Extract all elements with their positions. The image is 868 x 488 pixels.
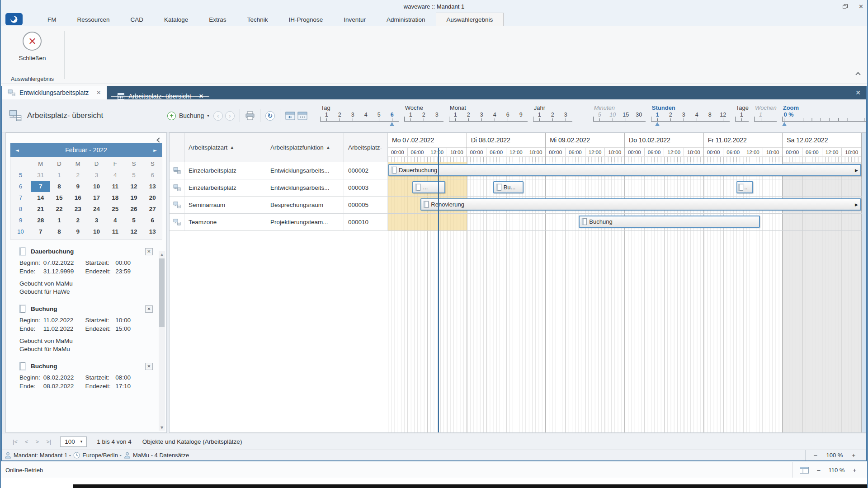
calendar-day[interactable]: 13 [143, 226, 162, 237]
calendar-day[interactable]: 18 [106, 192, 124, 203]
calendar-day[interactable]: 4 [106, 169, 124, 181]
grid-row[interactable]: Einzelarbeitsplatz Entwicklungsarbeits..… [170, 179, 388, 197]
scale-tick[interactable]: 1 [651, 112, 664, 121]
scale-tick[interactable]: 3 [559, 112, 572, 121]
scale-tick[interactable]: 2 [333, 112, 346, 121]
print-button[interactable] [245, 111, 255, 120]
calendar-day[interactable]: 7 [31, 226, 50, 237]
menu-item[interactable]: FM [37, 13, 67, 26]
layout-icon[interactable] [800, 467, 809, 474]
week-number[interactable]: 8 [10, 203, 31, 215]
scale-tick[interactable]: 5 [373, 112, 386, 121]
calendar-day[interactable]: 4 [106, 215, 124, 226]
booking-close-button[interactable]: ✕ [145, 305, 153, 313]
calendar-day[interactable]: 6 [143, 215, 162, 226]
panel-collapse-button[interactable] [157, 136, 161, 144]
restore-icon[interactable] [843, 4, 848, 9]
booking-bar[interactable]: ... ▶ [412, 181, 445, 193]
add-booking-button[interactable]: + Buchung ▾ [165, 110, 211, 122]
gantt-row[interactable]: Buchung ▶ [388, 214, 862, 231]
booking-close-button[interactable]: ✕ [145, 248, 153, 255]
calendar-day[interactable]: 13 [143, 181, 162, 192]
navigate-back-button[interactable]: ‹ [213, 111, 223, 121]
menu-item[interactable]: IH-Prognose [278, 13, 333, 26]
calendar-day[interactable]: 3 [87, 215, 106, 226]
app-zoom-in-button[interactable]: + [853, 467, 856, 474]
scale-tick[interactable]: 15 [619, 112, 632, 121]
calendar-day[interactable]: 31 [31, 169, 50, 181]
booking-bar[interactable]: Renovierung ▶ [420, 198, 861, 211]
next-page-button[interactable]: > [32, 438, 43, 445]
menu-item[interactable]: Administration [376, 13, 436, 26]
menu-item[interactable]: Kataloge [154, 13, 198, 26]
scale-tick[interactable]: 5 [593, 112, 606, 121]
calendar-day[interactable]: 19 [124, 192, 143, 203]
scroll-up-icon[interactable]: ▲ [159, 251, 165, 258]
goto-date-button[interactable] [285, 111, 295, 120]
calendar-day[interactable]: 12 [124, 226, 143, 237]
booking-card[interactable]: Dauerbuchung ✕ Beginn: 07.02.2022 Startz… [19, 248, 153, 295]
menu-item[interactable]: CAD [120, 13, 154, 26]
scale-tick[interactable]: 8 [703, 112, 717, 121]
scale-tick[interactable]: 1 [735, 112, 748, 121]
week-number[interactable]: 7 [10, 192, 31, 203]
scale-tick[interactable]: 1 [320, 112, 333, 121]
calendar-day[interactable]: 16 [69, 192, 87, 203]
week-number[interactable]: 5 [10, 169, 31, 181]
menu-item[interactable]: Inventur [333, 13, 376, 26]
booking-bar[interactable]: .. ▶ [736, 181, 753, 193]
menu-item[interactable]: Technik [237, 13, 278, 26]
booking-bar[interactable]: Dauerbuchung ▶ [388, 164, 861, 176]
app-logo[interactable] [5, 13, 23, 25]
grid-column-header[interactable]: Arbeitsplatzart ▲ [184, 133, 266, 162]
calendar-day[interactable]: 1 [50, 215, 68, 226]
week-number[interactable]: 9 [10, 215, 31, 226]
minimize-icon[interactable]: – [829, 4, 832, 9]
booking-close-button[interactable]: ✕ [145, 363, 153, 370]
calendar-options-button[interactable] [297, 111, 307, 120]
menu-item[interactable]: Ressourcen [67, 13, 120, 26]
scale-tick[interactable]: 4 [359, 112, 373, 121]
calendar-day[interactable]: 15 [50, 192, 68, 203]
grid-row[interactable]: Einzelarbeitsplatz Entwicklungsarbeits..… [170, 162, 388, 179]
scale-tick[interactable]: 2 [546, 112, 559, 121]
first-page-button[interactable]: |< [9, 438, 21, 445]
scale-tick[interactable]: 1 [533, 112, 546, 121]
calendar-day[interactable]: 12 [124, 181, 143, 192]
menu-item[interactable]: Extras [198, 13, 236, 26]
gantt-vertical-scrollbar[interactable] [862, 133, 866, 432]
calendar-day[interactable]: 3 [87, 169, 106, 181]
document-tab[interactable]: Arbeitsplatz- übersicht ✕ [111, 96, 209, 97]
calendar-day[interactable]: 26 [124, 203, 143, 215]
scale-tick[interactable]: 2 [417, 112, 430, 121]
scale-tick[interactable]: 10 [606, 112, 619, 121]
document-tab[interactable]: Entwicklungsarbeitsplatz ✕ [2, 86, 107, 99]
grid-row[interactable]: Teamzone Projektierungsteam... 000010 [170, 214, 388, 231]
calendar-day[interactable]: 8 [50, 181, 68, 192]
calendar-day[interactable]: 5 [124, 215, 143, 226]
calendar-day[interactable]: 22 [50, 203, 68, 215]
calendar-day[interactable]: 2 [69, 169, 87, 181]
calendar-day[interactable]: 24 [87, 203, 106, 215]
booking-bar[interactable]: Bu... ▶ [493, 181, 524, 193]
week-number[interactable]: 10 [10, 226, 31, 237]
scale-tick[interactable]: 3 [677, 112, 690, 121]
booking-card[interactable]: Buchung ✕ Beginn: 11.02.2022 Startzeit: … [19, 305, 153, 352]
calendar-next-icon[interactable]: ► [153, 148, 157, 153]
calendar-day[interactable]: 8 [50, 226, 68, 237]
app-zoom-out-button[interactable]: – [817, 467, 820, 474]
menu-item[interactable]: Auswahlergebnis [436, 13, 504, 26]
tabstrip-close-icon[interactable]: ✕ [855, 86, 861, 99]
calendar-day[interactable]: 6 [143, 169, 162, 181]
gantt-row[interactable]: Renovierung ▶ [388, 197, 862, 214]
refresh-button[interactable]: ↻ [265, 111, 275, 121]
ribbon-collapse-button[interactable] [856, 70, 860, 78]
zoom-out-button[interactable]: – [814, 452, 817, 459]
calendar-day[interactable]: 9 [69, 226, 87, 237]
scale-tick[interactable]: 12 [717, 112, 730, 121]
scale-tick[interactable]: 0 % [782, 112, 803, 121]
prev-page-button[interactable]: < [21, 438, 32, 445]
calendar-day[interactable]: 2 [69, 215, 87, 226]
close-result-button[interactable]: ✕ Schließen [19, 32, 46, 61]
tab-close-icon[interactable]: ✕ [199, 93, 203, 99]
